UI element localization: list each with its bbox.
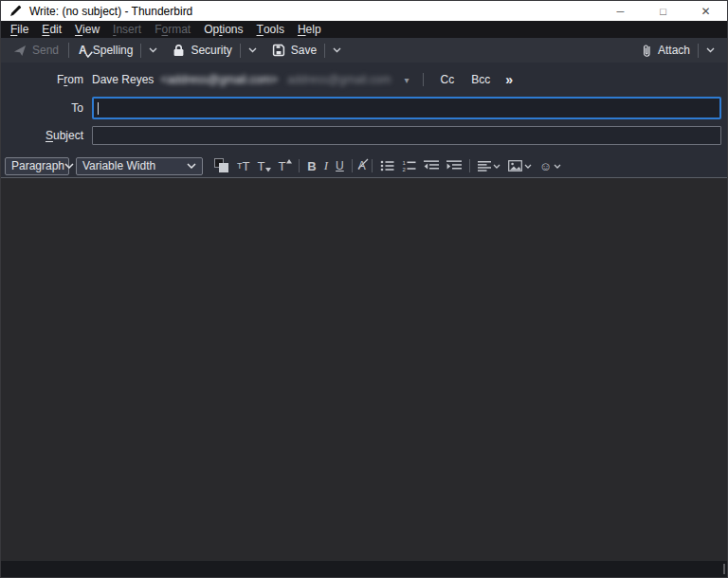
- chevron-down-icon: [187, 163, 196, 169]
- from-email-secondary-redacted: address@gmail.com: [287, 73, 391, 86]
- smaller-font-icon: T: [257, 159, 270, 173]
- send-button: Send: [8, 40, 64, 61]
- svg-text:1: 1: [402, 160, 406, 166]
- menubar: File Edit View Insert Format Options Too…: [1, 21, 727, 38]
- paragraph-format-select[interactable]: Paragraph: [5, 157, 69, 175]
- outdent-icon: [424, 160, 439, 172]
- chevron-down-icon: [706, 47, 715, 53]
- font-size-button[interactable]: TT: [233, 156, 253, 175]
- to-row: To: [1, 97, 727, 119]
- numbered-list-icon: 12: [402, 160, 416, 172]
- menu-edit[interactable]: Edit: [35, 21, 68, 38]
- addressing-area: From Dave Reyes <address@gmail.com> addr…: [1, 63, 727, 154]
- resize-grip[interactable]: [723, 564, 725, 574]
- from-identity-selector[interactable]: Dave Reyes <address@gmail.com> address@g…: [92, 73, 410, 86]
- to-label[interactable]: To: [1, 101, 92, 115]
- chevron-down-icon: [64, 163, 74, 169]
- titlebar: Write: (no subject) - Thunderbird ─ □ ✕: [1, 1, 727, 21]
- menu-file[interactable]: File: [4, 21, 35, 38]
- window-title: Write: (no subject) - Thunderbird: [29, 5, 192, 18]
- align-text-icon: [478, 161, 491, 172]
- expand-recipients-button[interactable]: »: [505, 72, 512, 87]
- indent-icon: [446, 160, 462, 172]
- cc-button[interactable]: Cc: [435, 73, 461, 86]
- slash-icon: [356, 157, 370, 171]
- chevron-down-icon: [248, 47, 257, 53]
- larger-font-button[interactable]: T: [274, 156, 295, 175]
- split-divider: [140, 44, 141, 58]
- italic-button[interactable]: I: [320, 156, 332, 175]
- text-caret: [98, 102, 99, 115]
- compose-window: Write: (no subject) - Thunderbird ─ □ ✕ …: [0, 0, 728, 578]
- spelling-dropdown-button[interactable]: [143, 40, 163, 61]
- color-swatch-icon: [214, 158, 229, 173]
- subject-label: Subject: [1, 129, 92, 142]
- split-divider: [240, 44, 241, 58]
- bullet-list-icon: [380, 160, 394, 172]
- attach-dropdown-button[interactable]: [701, 40, 720, 61]
- numbered-list-button[interactable]: 12: [398, 156, 420, 175]
- spelling-button[interactable]: A Spelling: [73, 40, 138, 61]
- outdent-button[interactable]: [420, 156, 443, 175]
- indent-button[interactable]: [443, 156, 465, 175]
- bullet-list-button[interactable]: [376, 156, 398, 175]
- bold-button[interactable]: B: [303, 156, 319, 175]
- format-separator: [372, 159, 373, 172]
- lock-icon: [173, 44, 185, 57]
- smaller-font-button[interactable]: T: [253, 156, 274, 175]
- remove-text-styling-button[interactable]: A: [356, 156, 368, 175]
- underline-button[interactable]: U: [332, 156, 348, 175]
- subject-input[interactable]: [92, 126, 721, 145]
- security-dropdown-button[interactable]: [243, 40, 263, 61]
- format-separator: [352, 159, 353, 172]
- minimize-button[interactable]: ─: [599, 1, 642, 21]
- maximize-button[interactable]: □: [642, 1, 684, 21]
- chevron-down-icon: [493, 164, 500, 169]
- spellcheck-icon: A: [79, 45, 87, 56]
- font-color-button[interactable]: [210, 156, 233, 175]
- split-divider: [324, 44, 325, 58]
- statusbar: [1, 561, 727, 577]
- menu-insert: Insert: [106, 21, 148, 38]
- menu-format: Format: [148, 21, 197, 38]
- window-controls: ─ □ ✕: [599, 1, 727, 21]
- attach-button[interactable]: Attach: [636, 40, 696, 61]
- save-dropdown-button[interactable]: [327, 40, 347, 61]
- insert-image-button[interactable]: [504, 156, 536, 175]
- from-label: From: [1, 73, 92, 86]
- menu-tools[interactable]: Tools: [250, 21, 291, 38]
- insert-smiley-button[interactable]: ☺: [536, 156, 565, 175]
- chevron-down-icon: [149, 47, 157, 53]
- save-icon: [272, 44, 285, 57]
- to-input[interactable]: [92, 97, 721, 119]
- larger-font-icon: T: [278, 159, 291, 173]
- format-toolbar: Paragraph Variable Width TT T T B I U A: [1, 154, 727, 178]
- chevron-down-icon: [333, 47, 341, 53]
- compose-toolbar: Send A Spelling Security S: [1, 38, 727, 63]
- menu-options[interactable]: Options: [197, 21, 249, 38]
- save-button[interactable]: Save: [266, 40, 322, 61]
- alignment-button[interactable]: [474, 156, 504, 175]
- paperclip-icon: [642, 44, 652, 58]
- toolbar-separator: [68, 43, 69, 58]
- from-row: From Dave Reyes <address@gmail.com> addr…: [1, 70, 727, 89]
- format-separator: [299, 159, 300, 172]
- bcc-button[interactable]: Bcc: [465, 73, 496, 86]
- font-family-select[interactable]: Variable Width: [76, 157, 203, 175]
- chevron-down-icon: [524, 164, 532, 169]
- smiley-icon: ☺: [539, 160, 552, 172]
- menu-help[interactable]: Help: [291, 21, 328, 38]
- chevron-down-icon: [554, 164, 561, 169]
- pencil-icon: [9, 5, 22, 17]
- menu-view[interactable]: View: [68, 21, 106, 38]
- toolbar-right: Attach: [636, 40, 720, 61]
- format-separator: [469, 159, 470, 172]
- recipient-separator: [423, 73, 424, 86]
- message-body-editor[interactable]: [1, 178, 727, 561]
- from-dropdown-arrow-icon[interactable]: ▾: [405, 75, 410, 85]
- image-icon: [508, 160, 522, 172]
- close-button[interactable]: ✕: [684, 1, 727, 21]
- from-email-redacted: <address@gmail.com>: [160, 73, 278, 86]
- security-button[interactable]: Security: [167, 40, 237, 61]
- from-display-name: Dave Reyes: [92, 73, 154, 86]
